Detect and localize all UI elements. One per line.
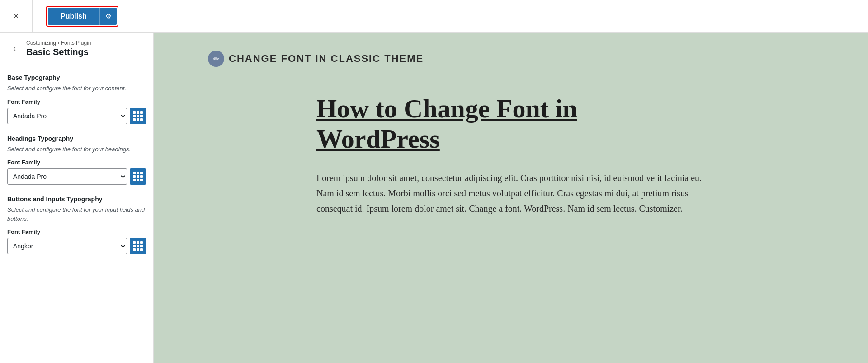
grid-dot	[133, 172, 136, 174]
grid-dot	[140, 179, 143, 182]
grid-dot	[140, 248, 143, 251]
headings-font-family-label: Font Family	[7, 159, 146, 166]
preview-area: ✏ CHANGE FONT IN CLASSIC THEME How to Ch…	[154, 33, 868, 363]
buttons-inputs-typography-desc: Select and configure the font for your i…	[7, 205, 146, 223]
buttons-font-family-label: Font Family	[7, 228, 146, 235]
headings-typography-desc: Select and configure the font for your h…	[7, 145, 146, 154]
grid-dot	[137, 175, 139, 178]
base-font-family-label: Font Family	[7, 98, 146, 105]
grid-icon	[133, 241, 143, 251]
publish-button[interactable]: Publish	[48, 8, 99, 25]
back-button[interactable]: ‹	[7, 42, 22, 56]
grid-dot	[137, 172, 139, 174]
grid-dot	[140, 172, 143, 174]
grid-dot	[133, 118, 136, 121]
main-layout: ‹ Customizing › Fonts Plugin Basic Setti…	[0, 33, 868, 363]
grid-icon	[133, 111, 143, 121]
grid-icon	[133, 172, 143, 182]
grid-dot	[133, 248, 136, 251]
buttons-inputs-typography-section: Buttons and Inputs Typography Select and…	[7, 195, 146, 254]
grid-dot	[133, 111, 136, 114]
preview-header: ✏ CHANGE FONT IN CLASSIC THEME	[208, 51, 424, 67]
base-typography-title: Base Typography	[7, 74, 146, 81]
grid-dot	[137, 245, 139, 247]
top-bar: × Publish ⚙	[0, 0, 868, 33]
grid-dot	[133, 179, 136, 182]
sidebar-title: Basic Settings	[26, 47, 91, 57]
headings-typography-title: Headings Typography	[7, 135, 146, 142]
base-typography-section: Base Typography Select and configure the…	[7, 74, 146, 124]
sidebar-header: ‹ Customizing › Fonts Plugin Basic Setti…	[0, 33, 153, 65]
preview-content: How to Change Font in WordPress Lorem ip…	[316, 94, 705, 216]
grid-dot	[137, 111, 139, 114]
preview-post-title: How to Change Font in WordPress	[316, 94, 705, 154]
settings-button[interactable]: ⚙	[99, 8, 117, 25]
grid-dot	[137, 179, 139, 182]
grid-dot	[140, 118, 143, 121]
preview-site-icon: ✏	[208, 51, 224, 67]
close-button[interactable]: ×	[0, 0, 33, 33]
grid-dot	[133, 115, 136, 117]
publish-area: Publish ⚙	[46, 6, 118, 27]
grid-dot	[140, 245, 143, 247]
preview-post-body: Lorem ipsum dolor sit amet, consectetur …	[316, 170, 705, 216]
sidebar-header-text: Customizing › Fonts Plugin Basic Setting…	[26, 40, 91, 57]
grid-dot	[137, 241, 139, 244]
headings-typography-section: Headings Typography Select and configure…	[7, 135, 146, 185]
grid-dot	[140, 175, 143, 178]
base-font-select-row: Andada Pro	[7, 108, 146, 124]
grid-dot	[140, 241, 143, 244]
grid-dot	[137, 115, 139, 117]
base-font-grid-button[interactable]	[130, 108, 146, 124]
grid-dot	[133, 241, 136, 244]
buttons-font-grid-button[interactable]	[130, 238, 146, 254]
buttons-inputs-typography-title: Buttons and Inputs Typography	[7, 195, 146, 203]
grid-dot	[133, 175, 136, 178]
sidebar-content: Base Typography Select and configure the…	[0, 65, 153, 274]
grid-dot	[137, 118, 139, 121]
headings-font-select-row: Andada Pro	[7, 168, 146, 185]
buttons-font-select[interactable]: Angkor	[7, 238, 127, 254]
preview-site-title: CHANGE FONT IN CLASSIC THEME	[229, 53, 424, 65]
headings-font-grid-button[interactable]	[130, 168, 146, 185]
buttons-font-select-row: Angkor	[7, 238, 146, 254]
base-font-select[interactable]: Andada Pro	[7, 108, 127, 124]
breadcrumb: Customizing › Fonts Plugin	[26, 40, 91, 46]
base-typography-desc: Select and configure the font for your c…	[7, 84, 146, 93]
grid-dot	[137, 248, 139, 251]
sidebar: ‹ Customizing › Fonts Plugin Basic Setti…	[0, 33, 154, 363]
grid-dot	[140, 111, 143, 114]
grid-dot	[140, 115, 143, 117]
headings-font-select[interactable]: Andada Pro	[7, 168, 127, 185]
grid-dot	[133, 245, 136, 247]
